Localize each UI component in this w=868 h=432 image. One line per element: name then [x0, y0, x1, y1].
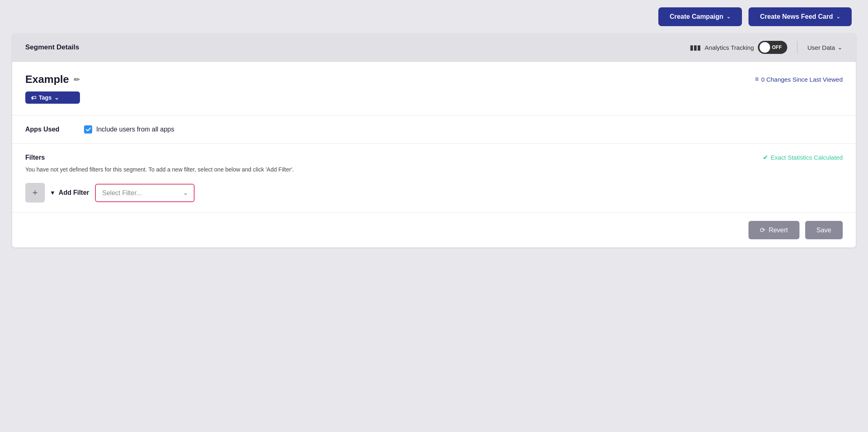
- checkbox-row: Include users from all apps: [84, 125, 174, 134]
- tags-label: Tags: [39, 94, 52, 101]
- vertical-divider: [797, 41, 797, 53]
- revert-icon: ⟳: [760, 226, 765, 234]
- filters-description: You have not yet defined filters for thi…: [25, 165, 843, 174]
- create-campaign-label: Create Campaign: [670, 13, 724, 20]
- chevron-down-icon: ⌄: [54, 94, 59, 101]
- actions-bar: ⟳ Revert Save: [12, 213, 856, 247]
- save-label: Save: [817, 227, 831, 234]
- analytics-icon: ▮▮▮: [690, 43, 701, 52]
- create-newsfeed-button[interactable]: Create News Feed Card ⌄: [748, 7, 852, 26]
- create-campaign-button[interactable]: Create Campaign ⌄: [658, 7, 742, 26]
- include-all-apps-label: Include users from all apps: [96, 126, 174, 133]
- apps-section: Apps Used Include users from all apps: [12, 116, 856, 144]
- filters-title: Filters: [25, 154, 45, 161]
- user-data-button[interactable]: User Data ⌄: [807, 44, 843, 51]
- main-card: Example ✏ 🏷 Tags ⌄ ≡ 0 Changes Since Las…: [12, 62, 856, 247]
- include-all-apps-checkbox[interactable]: [84, 125, 92, 134]
- apps-used-label: Apps Used: [25, 126, 74, 133]
- filter-icon: ▼: [50, 189, 55, 196]
- tag-icon: 🏷: [31, 95, 36, 101]
- analytics-tracking: ▮▮▮ Analytics Tracking OFF: [690, 41, 788, 54]
- revert-label: Revert: [768, 227, 788, 234]
- list-icon: ≡: [755, 76, 759, 83]
- analytics-toggle[interactable]: OFF: [758, 41, 787, 54]
- filter-row: + ▼ Add Filter Select Filter... ⌄: [25, 183, 843, 203]
- name-left: Example ✏ 🏷 Tags ⌄: [25, 73, 80, 104]
- edit-icon[interactable]: ✏: [74, 75, 80, 84]
- filters-section: Filters ✔ Exact Statistics Calculated Yo…: [12, 144, 856, 213]
- changes-since-viewed[interactable]: ≡ 0 Changes Since Last Viewed: [755, 76, 843, 83]
- segment-header: Segment Details ▮▮▮ Analytics Tracking O…: [12, 33, 856, 62]
- create-newsfeed-label: Create News Feed Card: [760, 13, 833, 20]
- analytics-label: Analytics Tracking: [705, 44, 754, 51]
- revert-button[interactable]: ⟳ Revert: [748, 221, 799, 239]
- top-bar: Create Campaign ⌄ Create News Feed Card …: [0, 0, 868, 33]
- name-row: Example ✏: [25, 73, 80, 86]
- filters-header: Filters ✔ Exact Statistics Calculated: [25, 154, 843, 161]
- toggle-circle: [760, 42, 770, 53]
- chevron-down-icon: ⌄: [837, 44, 843, 51]
- select-filter-dropdown[interactable]: Select Filter...: [96, 185, 194, 201]
- add-filter-button[interactable]: ▼ Add Filter: [48, 189, 95, 196]
- select-filter-wrap: Select Filter... ⌄: [95, 184, 195, 202]
- toggle-state-label: OFF: [772, 45, 783, 50]
- add-filter-label: Add Filter: [59, 189, 89, 196]
- save-button[interactable]: Save: [805, 221, 843, 239]
- segment-header-right: ▮▮▮ Analytics Tracking OFF User Data ⌄: [690, 41, 843, 54]
- exact-stats-label: Exact Statistics Calculated: [771, 154, 843, 161]
- checkmark-icon: ✔: [763, 154, 768, 161]
- user-data-label: User Data: [807, 44, 835, 51]
- segment-name: Example: [25, 73, 69, 86]
- segment-container: Segment Details ▮▮▮ Analytics Tracking O…: [12, 33, 856, 247]
- name-section: Example ✏ 🏷 Tags ⌄ ≡ 0 Changes Since Las…: [12, 62, 856, 116]
- tags-button[interactable]: 🏷 Tags ⌄: [25, 91, 80, 104]
- segment-details-title: Segment Details: [25, 43, 79, 51]
- add-filter-plus-button[interactable]: +: [25, 183, 45, 203]
- exact-statistics: ✔ Exact Statistics Calculated: [763, 154, 843, 161]
- chevron-down-icon: ⌄: [726, 14, 731, 20]
- chevron-down-icon: ⌄: [836, 14, 840, 20]
- changes-label: 0 Changes Since Last Viewed: [761, 76, 843, 83]
